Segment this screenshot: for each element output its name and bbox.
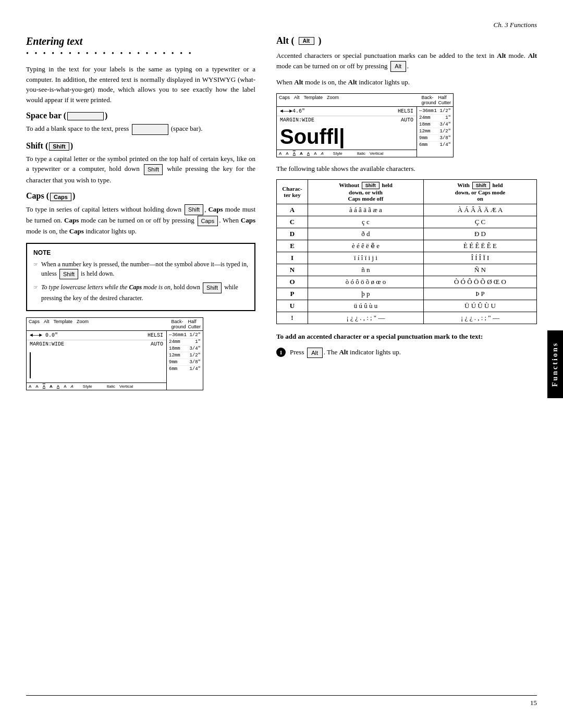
screen-1-sb-row-6: 6mm1/4" bbox=[168, 366, 202, 372]
tr-o-without: ò ó ô ö õ ø œ o bbox=[308, 276, 424, 288]
screen-1-sb-row-3: 18mm3/4" bbox=[168, 346, 202, 352]
tr-o-with: Ò Ó Ô Ö Õ Ø Œ O bbox=[423, 276, 536, 288]
tr-e-key: E bbox=[277, 240, 308, 252]
sb1-24mm: 24mm bbox=[169, 339, 180, 344]
note-shift-key-2: Shift bbox=[203, 282, 222, 293]
tr-a-with: À Á Â Ã Ä Æ A bbox=[423, 204, 536, 216]
screen-1: Caps Alt Template Zoom Back-ground HalfC… bbox=[26, 317, 203, 390]
screen-2: Caps Alt Template Zoom Back-ground HalfC… bbox=[276, 93, 454, 157]
toolbar-template: Template bbox=[54, 319, 73, 329]
screen-1-auto: AUTO bbox=[151, 341, 163, 347]
screen-1-margin: MARGIN:WIDE AUTO bbox=[27, 340, 166, 348]
functions-tab: Functions bbox=[547, 330, 563, 398]
s2-template: Template bbox=[304, 95, 323, 105]
note-label: NOTE bbox=[33, 248, 248, 257]
tr-u-key: U bbox=[277, 300, 308, 312]
table-intro: The following table shows the available … bbox=[276, 164, 537, 174]
sb2-112: 1 1/2" bbox=[434, 108, 451, 114]
s1-a5: A bbox=[57, 384, 59, 389]
note-shift-key: Shift bbox=[59, 269, 78, 280]
tr-c-with: Ç C bbox=[423, 216, 536, 228]
sb2-12: 1/2" bbox=[439, 129, 451, 134]
note-box: NOTE ☞ When a number key is pressed, the… bbox=[26, 243, 255, 311]
screen-1-sb-row-2: 24mm1" bbox=[168, 339, 202, 346]
alt-key-box: Alt bbox=[299, 37, 314, 45]
s1-a6: A bbox=[64, 384, 66, 389]
screen-1-main: ◄——► 0.0" HELSI MARGIN:WIDE AUTO A A bbox=[27, 331, 166, 390]
sb2-34: 3/4" bbox=[439, 122, 451, 127]
s1-style-label: Style bbox=[83, 384, 92, 389]
screen-1-sb-row-1: —36mm1 1/2" bbox=[168, 332, 202, 339]
s1-a2: A bbox=[35, 384, 38, 389]
tr-c-without: ç c bbox=[308, 216, 424, 228]
s2-half: HalfCutter bbox=[438, 95, 451, 105]
table-header-without: Without Shift helddown, or withCaps mode… bbox=[308, 179, 424, 204]
screen-1-toolbar-left: Caps Alt Template Zoom bbox=[29, 319, 89, 329]
sb1-1: 1" bbox=[195, 339, 201, 344]
page: Ch. 3 Functions Entering text • • • • • … bbox=[0, 0, 563, 728]
s1-italic-label: Italic bbox=[107, 384, 115, 389]
space-bar-key2 bbox=[132, 124, 168, 135]
tr-d-without: ð d bbox=[308, 228, 424, 240]
sb2-18mm: 18mm bbox=[419, 122, 431, 127]
shift-key-box: Shift bbox=[49, 142, 69, 151]
tr-e-without: è é ê ë ẽ e bbox=[308, 240, 424, 252]
table-row-o: O ò ó ô ö õ ø œ o Ò Ó Ô Ö Õ Ø Œ O bbox=[277, 276, 537, 288]
tr-p-key: P bbox=[277, 288, 308, 300]
screen-2-sb-row-5: 9mm3/8" bbox=[418, 135, 452, 142]
tr-i-without: ï í î ï i j i bbox=[308, 252, 424, 264]
step-1: 1 Press Alt. The Alt indicator lights up… bbox=[276, 347, 537, 363]
screen-2-sb-row-3: 18mm3/4" bbox=[418, 121, 452, 128]
caps-key-box: Caps bbox=[50, 193, 71, 201]
screen-2-sb-row-1: —36mm1 1/2" bbox=[418, 108, 452, 115]
table-row-e: E è é ê ë ẽ e È É Ê Ë Ê E bbox=[277, 240, 537, 252]
sb1-38: 3/8" bbox=[189, 360, 201, 365]
s2-st-a3: A bbox=[293, 151, 296, 156]
screen-2-ruler: ◄——►4.6" HELSI bbox=[277, 107, 417, 116]
entering-text-intro: Typing in the text for your labels is th… bbox=[26, 64, 255, 105]
screen-2-souffl: Souffl| bbox=[280, 125, 345, 148]
tr-e-with: È É Ê Ë Ê E bbox=[423, 240, 536, 252]
sb1-12: 1/2" bbox=[189, 353, 201, 358]
sb1-14: 1/4" bbox=[189, 366, 201, 372]
s2-st-a7: A bbox=[321, 151, 324, 156]
sb2-36mm: 36mm bbox=[422, 108, 434, 114]
chapter-header-text: Ch. 3 Functions bbox=[494, 21, 537, 29]
sb1-34: 3/4" bbox=[189, 346, 201, 351]
th-shift-1: Shift bbox=[362, 182, 380, 189]
entering-text-title: Entering text bbox=[26, 35, 255, 47]
note-item-1: ☞ When a number key is pressed, the numb… bbox=[33, 260, 248, 280]
sb1-12mm: 12mm bbox=[169, 353, 180, 358]
tr-p-without: þ p bbox=[308, 288, 424, 300]
screen-2-margin: MARGIN:WIDE AUTO bbox=[277, 116, 417, 124]
tr-excl-without: ¡ ¿ ¿ . , : ; " — bbox=[308, 312, 424, 324]
shift-body: To type a capital letter or the symbol p… bbox=[26, 154, 255, 185]
sb2-24mm: 24mm bbox=[419, 115, 431, 120]
screen-1-helsi: HELSI bbox=[148, 332, 163, 338]
table-row-a: A à á â ä ã æ a À Á Â Ã Ä Æ A bbox=[277, 204, 537, 216]
left-column: Entering text • • • • • • • • • • • • • … bbox=[26, 35, 255, 685]
tr-excl-with: ¡ ¿ ¿ . , : ; " — bbox=[423, 312, 536, 324]
tr-i-key: I bbox=[277, 252, 308, 264]
screen-1-sb-row-4: 12mm1/2" bbox=[168, 352, 202, 359]
screen-2-main: ◄——►4.6" HELSI MARGIN:WIDE AUTO Souffl| … bbox=[277, 107, 417, 157]
th-shift-2: Shift bbox=[472, 182, 490, 189]
page-number: 15 bbox=[530, 699, 537, 707]
screen-1-cursor bbox=[30, 352, 31, 378]
toolbar-alt: Alt bbox=[44, 319, 50, 329]
tr-a-without: à á â ä ã æ a bbox=[308, 204, 424, 216]
sb1-18mm: 18mm bbox=[169, 346, 180, 351]
screen-1-ruler-text: ◄——► 0.0" bbox=[30, 332, 58, 338]
caps-body: To type in series of capital letters wit… bbox=[26, 204, 255, 237]
screen-2-toolbar: Caps Alt Template Zoom Back-ground HalfC… bbox=[277, 94, 453, 107]
toolbar-caps: Caps bbox=[29, 319, 40, 329]
sb1-6mm: 6mm bbox=[169, 366, 177, 372]
dots-separator: • • • • • • • • • • • • • • • • • • • • bbox=[26, 50, 255, 58]
step-1-number: 1 bbox=[276, 348, 286, 357]
table-header-char: Charac-ter key bbox=[277, 179, 308, 204]
s1-a4: A bbox=[50, 384, 53, 389]
table-row-excl: ! ¡ ¿ ¿ . , : ; " — ¡ ¿ ¿ . , : ; " — bbox=[277, 312, 537, 324]
s2-st-a6: A bbox=[314, 151, 316, 156]
tr-n-without: ñ n bbox=[308, 264, 424, 276]
tr-c-key: C bbox=[277, 216, 308, 228]
